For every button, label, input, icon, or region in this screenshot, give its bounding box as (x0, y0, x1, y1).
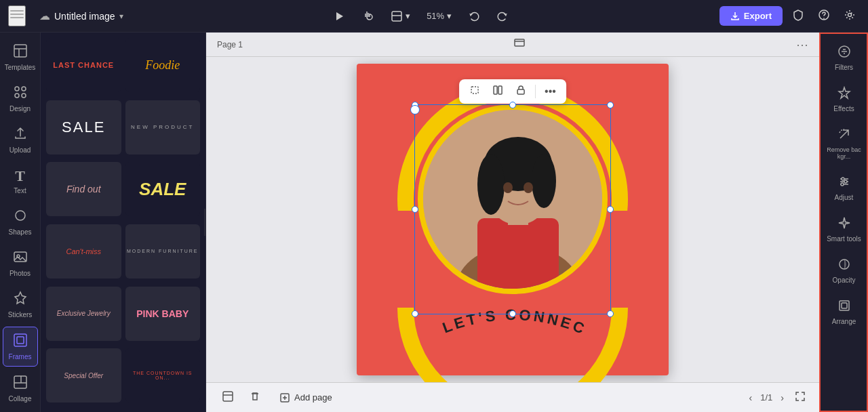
collage-icon (13, 375, 28, 393)
effects-label: Effects (833, 105, 854, 112)
zoom-control[interactable]: 51% ▾ (421, 8, 457, 24)
sidebar-item-label: Collage (9, 395, 32, 403)
svg-rect-40 (223, 392, 233, 401)
handle-bottom-center[interactable] (509, 310, 516, 317)
title-caret-icon[interactable]: ▾ (119, 12, 123, 21)
export-button[interactable]: Export (719, 6, 783, 26)
right-panel-arrange[interactable]: Arrange (824, 292, 865, 332)
flip-tool-button[interactable] (489, 83, 507, 100)
sidebar-item-photos[interactable]: Photos (3, 244, 38, 283)
sidebar: Templates Design Upload T Text Shapes (0, 33, 41, 412)
svg-marker-46 (839, 87, 850, 98)
filters-label: Filters (835, 64, 853, 71)
template-card-exclusive[interactable]: Exclusive Jewelry (46, 287, 121, 341)
sidebar-item-upload[interactable]: Upload (3, 121, 38, 159)
template-text: SALE (62, 119, 105, 136)
redo-button[interactable] (491, 7, 514, 25)
canvas-wrapper[interactable]: ••• (206, 57, 819, 382)
hand-tool-button[interactable] (357, 7, 380, 25)
svg-rect-23 (515, 39, 524, 46)
template-card-new-product[interactable]: NEW PRODUCT (125, 100, 201, 154)
template-card-pink-baby[interactable]: PINK BABY (125, 287, 201, 341)
svg-marker-3 (336, 12, 343, 20)
svg-rect-35 (471, 87, 478, 94)
canvas-settings-button[interactable] (217, 387, 239, 408)
template-card-sale-yellow[interactable]: SALE (125, 162, 201, 216)
sidebar-item-templates[interactable]: Templates (3, 38, 38, 77)
sidebar-item-text[interactable]: T Text (3, 162, 38, 200)
canvas-options-icon[interactable] (513, 37, 526, 52)
svg-rect-19 (17, 337, 24, 344)
canvas-frame[interactable]: ••• (357, 64, 669, 375)
sidebar-item-design[interactable]: Design (3, 79, 38, 118)
template-card-special-offer[interactable]: Special Offer (46, 348, 121, 403)
template-card-cant-miss[interactable]: Can't-miss (46, 224, 121, 279)
handle-middle-left[interactable] (412, 206, 418, 213)
lock-tool-button[interactable] (512, 83, 530, 100)
frames-icon (13, 333, 28, 351)
logo-button[interactable] (8, 5, 26, 26)
page-current: 1 (760, 392, 765, 403)
main-content: Templates Design Upload T Text Shapes (0, 33, 868, 412)
add-page-button[interactable]: Add page (271, 388, 340, 407)
crop-tool-button[interactable] (466, 83, 484, 100)
help-button[interactable] (814, 6, 834, 26)
remove-bg-icon (837, 127, 851, 144)
page-next-button[interactable]: › (778, 390, 787, 406)
sidebar-item-frames[interactable]: Frames (3, 327, 38, 367)
canvas-header: Page 1 ⋯ (206, 33, 819, 57)
layout-button[interactable]: ▾ (385, 7, 416, 25)
filters-icon (837, 45, 851, 62)
sidebar-item-collage[interactable]: Collage (3, 369, 38, 408)
sidebar-item-stickers[interactable]: Stickers (3, 285, 38, 324)
right-panel-effects[interactable]: Effects (824, 79, 865, 119)
undo-button[interactable] (462, 7, 486, 25)
right-panel-adjust[interactable]: Adjust (824, 168, 865, 208)
template-card-find-out[interactable]: Find out (46, 162, 121, 216)
handle-middle-right[interactable] (607, 206, 614, 213)
page-prev-button[interactable]: ‹ (747, 390, 755, 406)
template-text: LAST CHANCE (53, 61, 114, 69)
sidebar-item-shapes[interactable]: Shapes (3, 203, 38, 241)
settings-button[interactable] (840, 6, 860, 26)
svg-point-11 (15, 87, 19, 91)
play-button[interactable] (328, 7, 351, 25)
handle-bottom-right[interactable] (607, 310, 614, 317)
rotate-handle[interactable] (410, 105, 420, 115)
svg-rect-18 (14, 334, 26, 346)
handle-top-center[interactable] (509, 102, 516, 108)
zoom-level-label: 51% (427, 11, 444, 21)
template-text: PINK BABY (136, 308, 189, 319)
right-panel-remove-bg[interactable]: Remove backgr... (824, 121, 865, 167)
arrange-label: Arrange (832, 318, 856, 325)
handle-top-right[interactable] (607, 102, 614, 108)
template-card-countdown[interactable]: THE COUNTDOWN IS ON... (125, 348, 201, 403)
zoom-caret-icon: ▾ (447, 11, 452, 21)
delete-page-button[interactable] (244, 387, 266, 408)
template-text: Foodie (145, 58, 180, 73)
fullscreen-button[interactable] (792, 388, 808, 407)
template-card-foodie[interactable]: Foodie (125, 38, 201, 92)
svg-rect-38 (517, 89, 524, 94)
template-card-sale-white[interactable]: SALE (46, 100, 121, 154)
template-card-modern-furniture[interactable]: MODERN FURNITURE (125, 224, 201, 279)
sidebar-item-label: Stickers (8, 311, 33, 318)
selection-box[interactable]: ••• (414, 104, 611, 314)
templates-icon (13, 43, 28, 62)
handle-bottom-left[interactable] (412, 310, 418, 317)
more-tool-button[interactable]: ••• (541, 83, 559, 100)
shield-button[interactable] (788, 6, 808, 26)
svg-point-15 (16, 211, 25, 220)
canvas-more-options[interactable]: ⋯ (796, 37, 808, 52)
cloud-icon: ☁ (39, 9, 50, 22)
svg-point-52 (841, 183, 844, 186)
effects-icon (837, 86, 851, 103)
right-panel-smart-tools[interactable]: Smart tools (824, 209, 865, 249)
right-panel-opacity[interactable]: Opacity (824, 251, 865, 291)
document-title[interactable]: Untitled image (54, 11, 115, 22)
template-card-last-chance[interactable]: LAST CHANCE (46, 38, 121, 92)
svg-rect-4 (392, 12, 401, 21)
design-icon (13, 85, 28, 103)
right-panel-filters[interactable]: Filters (824, 38, 865, 78)
template-text: MODERN FURNITURE (127, 249, 199, 253)
